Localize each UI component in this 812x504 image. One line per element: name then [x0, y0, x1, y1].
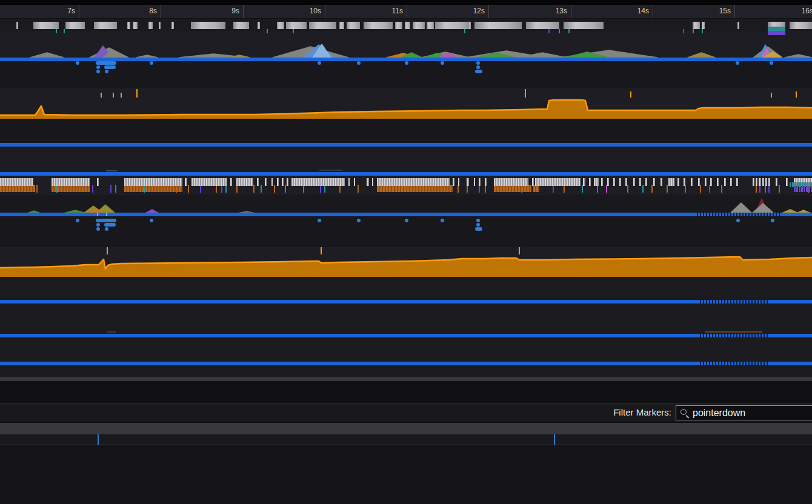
ruler-tick-line: [571, 5, 571, 18]
ruler-label: 8s: [131, 7, 157, 15]
ipc-marker-pill[interactable]: [475, 70, 482, 73]
marker-filter-input[interactable]: [693, 408, 812, 419]
ipc-marker-dot[interactable]: [405, 219, 408, 222]
ruler-tick-line: [734, 5, 735, 18]
ruler-label: 16s: [788, 7, 812, 15]
ipc-marker-dot[interactable]: [96, 70, 100, 73]
ipc-marker-pill[interactable]: [96, 61, 116, 65]
search-icon: [680, 408, 689, 417]
ipc-marker-dot[interactable]: [736, 219, 740, 222]
ipc-marker-dot[interactable]: [771, 219, 774, 222]
ipc-marker-dot[interactable]: [357, 61, 361, 65]
ipc-marker-dot[interactable]: [105, 227, 108, 231]
ipc-marker-dot[interactable]: [405, 61, 408, 65]
ruler-tick-line: [488, 5, 489, 18]
ruler-label: 10s: [296, 7, 321, 15]
ruler-label: 15s: [705, 7, 731, 15]
ipc-marker-dot[interactable]: [476, 65, 480, 69]
timeline-bottom-divider[interactable]: [0, 377, 812, 381]
ipc-marker-dot[interactable]: [76, 61, 79, 65]
ipc-marker-pill[interactable]: [104, 223, 114, 227]
ipc-marker-dot[interactable]: [96, 65, 100, 69]
profiler-timeline: 7s8s9s10s11s12s13s14s15s16s Filter Marke…: [0, 0, 812, 504]
ipc-marker-dot[interactable]: [441, 61, 444, 65]
panel-spacer: [0, 381, 812, 403]
ipc-marker-dot[interactable]: [105, 70, 108, 73]
ipc-marker-dot[interactable]: [150, 219, 153, 222]
ipc-marker-pill[interactable]: [104, 65, 114, 69]
ipc-marker-dot[interactable]: [770, 61, 773, 65]
ruler-label: 13s: [542, 7, 567, 15]
ruler-label: 9s: [214, 7, 239, 15]
marker-table-tick[interactable]: [554, 434, 555, 445]
filter-markers-label: Filter Markers:: [613, 403, 671, 422]
ruler-tick-line: [653, 5, 653, 18]
ipc-marker-dot[interactable]: [76, 219, 79, 222]
marker-table-empty-area: [0, 445, 812, 504]
ipc-marker-dot[interactable]: [736, 61, 739, 65]
ruler-label: 14s: [624, 7, 649, 15]
ipc-marker-dot[interactable]: [318, 219, 321, 222]
ruler-label: 7s: [50, 7, 75, 15]
ipc-marker-pill[interactable]: [475, 227, 482, 231]
ruler-tick-line: [161, 5, 161, 18]
ipc-marker-dot[interactable]: [96, 223, 100, 227]
ruler-tick-line: [407, 5, 407, 18]
ruler-label: 11s: [378, 7, 403, 15]
ipc-marker-pill[interactable]: [96, 219, 116, 222]
ipc-marker-dot[interactable]: [318, 61, 321, 65]
marker-search-box[interactable]: [676, 405, 812, 420]
marker-filter-bar: Filter Markers:: [0, 403, 812, 422]
marker-table-header[interactable]: [0, 422, 812, 435]
ipc-marker-dot[interactable]: [96, 227, 100, 231]
ipc-marker-dot[interactable]: [357, 219, 361, 222]
ipc-marker-dot[interactable]: [476, 223, 480, 227]
ipc-marker-dot[interactable]: [150, 61, 153, 65]
timeline-ruler[interactable]: 7s8s9s10s11s12s13s14s15s16s: [0, 5, 812, 19]
ruler-tick-line: [243, 5, 244, 18]
ipc-marker-dot[interactable]: [476, 61, 480, 65]
ruler-tick-line: [325, 5, 325, 18]
marker-table-tick[interactable]: [98, 434, 99, 445]
ipc-marker-dot[interactable]: [476, 219, 480, 222]
ipc-marker-dot[interactable]: [441, 219, 444, 222]
ruler-label: 12s: [459, 7, 485, 15]
ruler-tick-line: [79, 5, 79, 18]
marker-table-row[interactable]: [0, 434, 812, 445]
